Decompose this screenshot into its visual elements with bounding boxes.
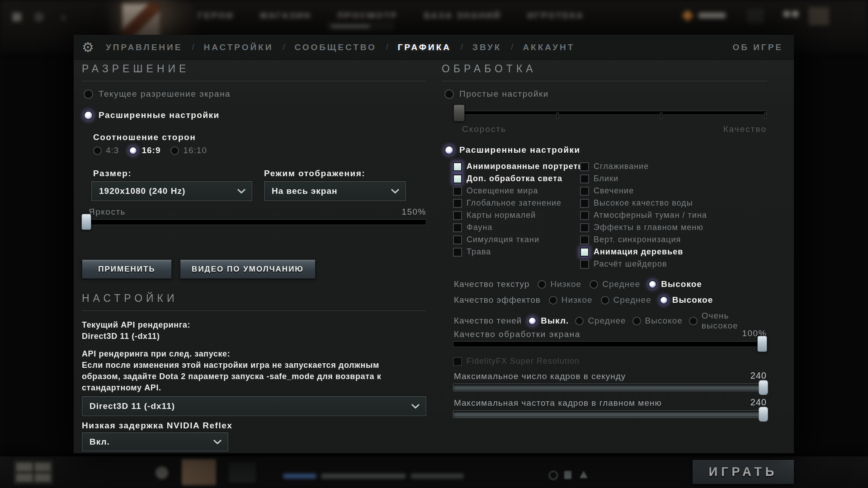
checkbox-icon[interactable] [580, 199, 589, 208]
radio-icon[interactable] [648, 280, 657, 289]
radio-icon[interactable] [660, 296, 668, 305]
checkbox-icon[interactable] [453, 223, 462, 232]
screen-quality-slider[interactable] [453, 341, 767, 347]
max-fps-slider-handle[interactable] [759, 380, 768, 395]
shadow-quality-high[interactable]: Высокое [632, 316, 683, 326]
checkbox-antialiasing[interactable]: Сглаживание [580, 162, 649, 171]
brightness-slider-handle[interactable] [81, 214, 91, 230]
aspect-4-3[interactable]: 4:3 [93, 145, 119, 155]
currency-amount-blur [698, 13, 726, 19]
option-label: Высокое [661, 279, 702, 289]
settings-dialog: ⚙ УПРАВЛЕНИЕ / НАСТРОЙКИ / СООБЩЕСТВО / … [74, 35, 794, 453]
radio-icon[interactable] [575, 317, 584, 325]
size-label: Размер: [93, 169, 132, 178]
checkbox-icon[interactable] [580, 174, 589, 183]
effects-quality-high[interactable]: Высокое [660, 295, 713, 305]
texture-quality-medium[interactable]: Среднее [590, 279, 640, 289]
slider-tick [660, 113, 662, 119]
simple-quality-slider-handle[interactable] [453, 104, 465, 122]
checkbox-atmospheric-fog[interactable]: Атмосферный туман / тина [580, 211, 707, 220]
radio-icon[interactable] [84, 111, 93, 120]
radio-icon[interactable] [444, 89, 454, 99]
checkbox-icon[interactable] [580, 187, 589, 196]
checkbox-cloth-simulation[interactable]: Симуляция ткани [453, 235, 539, 244]
shadow-quality-row: Качество теней Выкл. Среднее Высокое Оче… [454, 311, 767, 331]
checkbox-normal-maps[interactable]: Карты нормалей [453, 211, 536, 220]
checkbox-icon[interactable] [453, 235, 462, 244]
effects-quality-medium[interactable]: Среднее [601, 295, 651, 305]
default-video-button[interactable]: ВИДЕО ПО УМОЛЧАНИЮ [180, 259, 316, 279]
checkbox-icon[interactable] [580, 235, 589, 244]
checkbox-icon[interactable] [580, 211, 589, 220]
shadow-quality-medium[interactable]: Среднее [575, 316, 626, 326]
simple-quality-slider[interactable] [453, 111, 767, 115]
radio-icon[interactable] [601, 296, 609, 305]
checkbox-icon[interactable] [453, 211, 462, 220]
radio-icon[interactable] [129, 146, 137, 155]
radio-icon[interactable] [528, 317, 537, 325]
shadow-quality-ultra[interactable]: Очень высокое [689, 311, 767, 331]
checkbox-grass[interactable]: Трава [453, 247, 491, 257]
effects-quality-low[interactable]: Низкое [549, 295, 593, 305]
radio-icon[interactable] [549, 296, 557, 305]
radio-icon[interactable] [689, 317, 698, 325]
checkbox-icon[interactable] [453, 162, 462, 171]
radio-icon[interactable] [170, 146, 179, 155]
checkbox-label: Сглаживание [594, 162, 649, 171]
radio-current-resolution[interactable]: Текущее разрешение экрана [84, 89, 231, 99]
checkbox-main-menu-effects[interactable]: Эффекты в главном меню [580, 223, 703, 232]
checkbox-icon[interactable] [453, 174, 462, 183]
aspect-16-9[interactable]: 16:9 [129, 145, 160, 155]
checkbox-ambient-occlusion[interactable]: Глобальное затенение [453, 198, 561, 208]
checkbox-animated-portraits[interactable]: Анимированные портреты [453, 162, 585, 171]
option-label: Высокое [645, 316, 683, 326]
screen-quality-slider-handle[interactable] [757, 336, 767, 352]
main-menu-nav: ГЕРОИ МАГАЗИН ПРОСМОТР БАЗА ЗНАНИЙ ИГРОТ… [198, 11, 584, 21]
radio-icon[interactable] [590, 280, 598, 289]
radio-icon[interactable] [84, 89, 93, 99]
checkbox-icon[interactable] [580, 260, 589, 269]
checkbox-icon[interactable] [580, 162, 589, 171]
checkbox-icon[interactable] [453, 357, 462, 366]
size-dropdown[interactable]: 868x488 (240 Hz) [91, 181, 252, 201]
checkbox-high-quality-water[interactable]: Высокое качество воды [580, 198, 693, 208]
display-mode-value: На весь экран [272, 186, 338, 196]
radio-advanced-settings[interactable]: Расширенные настройки [444, 145, 580, 155]
checkbox-icon[interactable] [580, 223, 589, 232]
max-fps-slider[interactable] [453, 384, 767, 391]
shadow-quality-off[interactable]: Выкл. [528, 316, 569, 326]
nvidia-reflex-dropdown[interactable]: Вкл. [82, 432, 228, 451]
menu-fps-slider-handle[interactable] [759, 407, 768, 422]
render-api-dropdown[interactable]: Direct3D 11 (-dx11) [82, 396, 426, 416]
aspect-16-10[interactable]: 16:10 [170, 145, 207, 155]
checkbox-bloom[interactable]: Свечение [580, 186, 634, 196]
checkbox-icon[interactable] [580, 248, 589, 257]
texture-quality-low[interactable]: Низкое [538, 279, 581, 289]
checkbox-icon[interactable] [453, 248, 462, 257]
play-button[interactable]: ИГРАТЬ [692, 460, 794, 484]
checkbox-additional-lighting[interactable]: Доп. обработка света [453, 174, 562, 183]
texture-quality-high[interactable]: Высокое [648, 279, 702, 289]
checkbox-label: Фауна [467, 223, 492, 232]
checkbox-shader-precache[interactable]: Расчёт шейдеров [580, 259, 667, 269]
checkbox-fauna[interactable]: Фауна [453, 223, 492, 232]
power-icon: ◎ [34, 10, 44, 23]
radio-icon[interactable] [444, 145, 454, 155]
checkbox-fidelityfx[interactable]: FidelityFX Super Resolution [453, 357, 580, 366]
checkbox-label: Симуляция ткани [467, 235, 539, 244]
radio-icon[interactable] [538, 280, 546, 289]
checkbox-world-lighting[interactable]: Освещение мира [453, 186, 538, 196]
checkbox-specular[interactable]: Блики [580, 174, 618, 183]
checkbox-vsync[interactable]: Верт. синхронизация [580, 235, 681, 244]
radio-advanced-resolution[interactable]: Расширенные настройки [84, 110, 220, 120]
display-mode-dropdown[interactable]: На весь экран [264, 181, 406, 201]
brightness-slider[interactable] [82, 219, 426, 225]
checkbox-icon[interactable] [453, 187, 462, 196]
radio-icon[interactable] [93, 146, 102, 155]
checkbox-icon[interactable] [453, 199, 462, 208]
radio-icon[interactable] [632, 317, 641, 325]
apply-button[interactable]: ПРИМЕНИТЬ [82, 259, 172, 279]
radio-simple-settings[interactable]: Простые настройки [444, 89, 549, 99]
checkbox-tree-animation[interactable]: Анимация деревьев [580, 247, 683, 257]
menu-fps-slider[interactable] [453, 410, 767, 418]
